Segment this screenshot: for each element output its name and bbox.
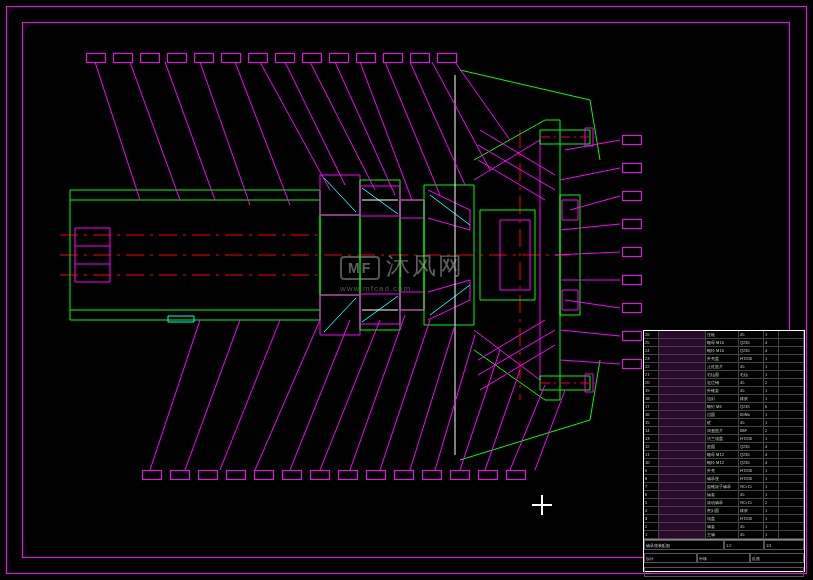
callout-balloon: [140, 53, 160, 63]
bom-note: [779, 355, 804, 362]
bom-mat: HT200: [739, 355, 764, 362]
bom-code: [659, 387, 706, 394]
bom-row: 22止推垫片451: [644, 363, 804, 371]
bom-name: 螺钉 M6: [706, 403, 739, 410]
bom-no: 10: [644, 459, 659, 466]
bom-qty: 1: [764, 523, 779, 530]
bom-no: 19: [644, 387, 659, 394]
bom-row: 3端盖HT2001: [644, 515, 804, 523]
bom-row: 16挡圈65Mn1: [644, 411, 804, 419]
bom-mat: 65Mn: [739, 411, 764, 418]
bom-no: 24: [644, 347, 659, 354]
bom-mat: GCr15: [739, 499, 764, 506]
bom-code: [659, 483, 706, 490]
bom-code: [659, 435, 706, 442]
callout-balloon: [622, 275, 642, 285]
callout-balloon: [437, 53, 457, 63]
bom-name: 定位销: [706, 379, 739, 386]
bom-qty: 2: [764, 427, 779, 434]
bom-code: [659, 531, 706, 538]
bom-mat: Q235: [739, 403, 764, 410]
bom-note: [779, 395, 804, 402]
callout-balloon: [282, 470, 302, 480]
bom-code: [659, 443, 706, 450]
bom-code: [659, 331, 706, 338]
bom-qty: 1: [764, 387, 779, 394]
bom-note: [779, 443, 804, 450]
bom-code: [659, 371, 706, 378]
callout-balloon: [622, 359, 642, 369]
bom-mat: 45: [739, 531, 764, 538]
material-row: —: [644, 567, 804, 577]
bom-code: [659, 379, 706, 386]
bom-name: 外壳盖: [706, 355, 739, 362]
bom-name: 端盖: [706, 515, 739, 522]
bom-no: 25: [644, 339, 659, 346]
bom-code: [659, 427, 706, 434]
bom-qty: 4: [764, 443, 779, 450]
bom-qty: 2: [764, 499, 779, 506]
bom-name: 轴承座: [706, 475, 739, 482]
bom-row: 10螺栓 M12Q2354: [644, 459, 804, 467]
bom-qty: 6: [764, 403, 779, 410]
bom-name: 滚动轴承: [706, 499, 739, 506]
callout-balloon: [170, 470, 190, 480]
bom-qty: 2: [764, 379, 779, 386]
callout-balloon: [450, 470, 470, 480]
bom-no: 16: [644, 411, 659, 418]
bom-name: 外壳: [706, 467, 739, 474]
callout-balloon: [366, 470, 386, 480]
bom-mat: Q235: [739, 459, 764, 466]
bom-no: 17: [644, 403, 659, 410]
bom-note: [779, 331, 804, 338]
bom-row: 5滚动轴承GCr152: [644, 499, 804, 507]
bom-qty: 4: [764, 451, 779, 458]
bom-note: [779, 371, 804, 378]
bom-no: 9: [644, 467, 659, 474]
bom-qty: 1: [764, 507, 779, 514]
bom-qty: 1: [764, 515, 779, 522]
callout-balloon: [622, 219, 642, 229]
callout-balloon: [622, 303, 642, 313]
bom-row: 14调整垫片08F2: [644, 427, 804, 435]
bom-note: [779, 483, 804, 490]
bom-row: 26压板451: [644, 331, 804, 339]
cad-drawing-canvas: MF沐风网 www.mfcad.com 26压板45125螺母 M16Q2354…: [0, 0, 813, 580]
bom-code: [659, 467, 706, 474]
callout-balloon: [622, 247, 642, 257]
drawing-sheet: 1/1: [764, 540, 804, 550]
callout-balloon: [198, 470, 218, 480]
bom-no: 13: [644, 435, 659, 442]
bom-row: 7圆锥滚子轴承GCr151: [644, 483, 804, 491]
bom-name: 外锥套: [706, 387, 739, 394]
bom-mat: HT200: [739, 467, 764, 474]
bom-name: 油封: [706, 395, 739, 402]
checked-label: 审核: [697, 553, 750, 563]
bom-code: [659, 507, 706, 514]
bom-name: 止推垫片: [706, 363, 739, 370]
bom-name: 调整垫片: [706, 427, 739, 434]
bom-code: [659, 515, 706, 522]
callout-balloon: [338, 470, 358, 480]
designed-label: 设计: [644, 553, 697, 563]
bom-code: [659, 355, 706, 362]
bom-name: 法兰端盖: [706, 435, 739, 442]
bom-mat: HT200: [739, 475, 764, 482]
bom-row: 2轴套451: [644, 523, 804, 531]
callout-balloon: [622, 135, 642, 145]
bom-qty: 1: [764, 363, 779, 370]
bom-note: [779, 419, 804, 426]
bom-no: 14: [644, 427, 659, 434]
bom-code: [659, 419, 706, 426]
bom-mat: 毛毡: [739, 371, 764, 378]
bom-mat: 45: [739, 523, 764, 530]
bom-mat: 45: [739, 331, 764, 338]
bom-mat: 45: [739, 491, 764, 498]
bom-note: [779, 339, 804, 346]
bom-qty: 1: [764, 355, 779, 362]
bom-note: [779, 499, 804, 506]
callout-balloon: [622, 331, 642, 341]
bom-qty: 1: [764, 475, 779, 482]
bom-note: [779, 427, 804, 434]
bom-row: 24螺栓 M16Q2354: [644, 347, 804, 355]
